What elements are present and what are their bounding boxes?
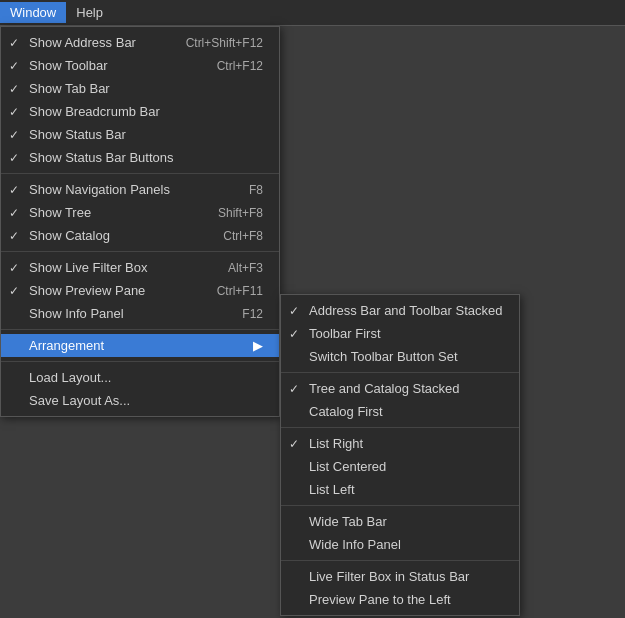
submenu-divider-3 <box>281 505 519 506</box>
check-show-toolbar: ✓ <box>9 59 19 73</box>
divider-3 <box>1 329 279 330</box>
menu-item-show-catalog[interactable]: ✓ Show Catalog Ctrl+F8 <box>1 224 279 247</box>
check-show-live-filter-box: ✓ <box>9 261 19 275</box>
arrow-arrangement: ▶ <box>243 338 263 353</box>
submenu-divider-1 <box>281 372 519 373</box>
divider-1 <box>1 173 279 174</box>
arrangement-submenu-panel: ✓ Address Bar and Toolbar Stacked ✓ Tool… <box>280 294 520 616</box>
check-toolbar-first: ✓ <box>289 327 299 341</box>
dropdown-container: ✓ Show Address Bar Ctrl+Shift+F12 ✓ Show… <box>0 26 280 417</box>
submenu-item-wide-tab-bar[interactable]: ✓ Wide Tab Bar <box>281 510 519 533</box>
shortcut-show-catalog: Ctrl+F8 <box>193 229 263 243</box>
submenu-item-live-filter-box-status-bar[interactable]: ✓ Live Filter Box in Status Bar <box>281 565 519 588</box>
check-show-status-bar-buttons: ✓ <box>9 151 19 165</box>
menu-item-show-status-bar-buttons[interactable]: ✓ Show Status Bar Buttons <box>1 146 279 169</box>
submenu-item-tree-catalog-stacked[interactable]: ✓ Tree and Catalog Stacked <box>281 377 519 400</box>
label-show-status-bar-buttons: Show Status Bar Buttons <box>29 150 174 165</box>
label-show-tree: Show Tree <box>29 205 91 220</box>
submenu-divider-4 <box>281 560 519 561</box>
shortcut-show-toolbar: Ctrl+F12 <box>187 59 263 73</box>
label-toolbar-first: Toolbar First <box>309 326 381 341</box>
shortcut-show-tree: Shift+F8 <box>188 206 263 220</box>
submenu-divider-2 <box>281 427 519 428</box>
submenu-item-list-centered[interactable]: ✓ List Centered <box>281 455 519 478</box>
label-list-left: List Left <box>309 482 355 497</box>
label-show-breadcrumb-bar: Show Breadcrumb Bar <box>29 104 160 119</box>
label-show-catalog: Show Catalog <box>29 228 110 243</box>
menu-item-show-navigation-panels[interactable]: ✓ Show Navigation Panels F8 <box>1 178 279 201</box>
shortcut-show-live-filter-box: Alt+F3 <box>198 261 263 275</box>
shortcut-show-address-bar: Ctrl+Shift+F12 <box>156 36 263 50</box>
label-show-info-panel: Show Info Panel <box>29 306 124 321</box>
label-show-live-filter-box: Show Live Filter Box <box>29 260 148 275</box>
submenu-item-address-bar-toolbar-stacked[interactable]: ✓ Address Bar and Toolbar Stacked <box>281 299 519 322</box>
menu-item-show-toolbar[interactable]: ✓ Show Toolbar Ctrl+F12 <box>1 54 279 77</box>
shortcut-show-preview-pane: Ctrl+F11 <box>187 284 263 298</box>
label-wide-info-panel: Wide Info Panel <box>309 537 401 552</box>
menu-bar-window[interactable]: Window <box>0 2 66 23</box>
label-switch-toolbar-button-set: Switch Toolbar Button Set <box>309 349 458 364</box>
label-show-toolbar: Show Toolbar <box>29 58 108 73</box>
label-show-navigation-panels: Show Navigation Panels <box>29 182 170 197</box>
check-show-address-bar: ✓ <box>9 36 19 50</box>
label-show-preview-pane: Show Preview Pane <box>29 283 145 298</box>
menu-item-show-tree[interactable]: ✓ Show Tree Shift+F8 <box>1 201 279 224</box>
label-wide-tab-bar: Wide Tab Bar <box>309 514 387 529</box>
check-show-preview-pane: ✓ <box>9 284 19 298</box>
check-tree-catalog-stacked: ✓ <box>289 382 299 396</box>
label-list-centered: List Centered <box>309 459 386 474</box>
check-address-bar-toolbar-stacked: ✓ <box>289 304 299 318</box>
check-show-tree: ✓ <box>9 206 19 220</box>
check-show-status-bar: ✓ <box>9 128 19 142</box>
label-list-right: List Right <box>309 436 363 451</box>
label-show-status-bar: Show Status Bar <box>29 127 126 142</box>
label-live-filter-box-status-bar: Live Filter Box in Status Bar <box>309 569 469 584</box>
divider-2 <box>1 251 279 252</box>
label-tree-catalog-stacked: Tree and Catalog Stacked <box>309 381 460 396</box>
submenu-item-catalog-first[interactable]: ✓ Catalog First <box>281 400 519 423</box>
submenu-item-toolbar-first[interactable]: ✓ Toolbar First <box>281 322 519 345</box>
label-save-layout-as: Save Layout As... <box>29 393 130 408</box>
window-menu-panel: ✓ Show Address Bar Ctrl+Shift+F12 ✓ Show… <box>0 26 280 417</box>
menu-item-show-breadcrumb-bar[interactable]: ✓ Show Breadcrumb Bar <box>1 100 279 123</box>
shortcut-show-info-panel: F12 <box>212 307 263 321</box>
submenu-item-list-left[interactable]: ✓ List Left <box>281 478 519 501</box>
menu-bar-help[interactable]: Help <box>66 2 113 23</box>
label-catalog-first: Catalog First <box>309 404 383 419</box>
menu-item-show-tab-bar[interactable]: ✓ Show Tab Bar <box>1 77 279 100</box>
submenu-item-wide-info-panel[interactable]: ✓ Wide Info Panel <box>281 533 519 556</box>
menu-item-show-status-bar[interactable]: ✓ Show Status Bar <box>1 123 279 146</box>
label-arrangement: Arrangement <box>29 338 104 353</box>
check-show-catalog: ✓ <box>9 229 19 243</box>
menu-item-load-layout[interactable]: ✓ Load Layout... <box>1 366 279 389</box>
menu-item-show-preview-pane[interactable]: ✓ Show Preview Pane Ctrl+F11 <box>1 279 279 302</box>
menu-item-show-live-filter-box[interactable]: ✓ Show Live Filter Box Alt+F3 <box>1 256 279 279</box>
check-show-tab-bar: ✓ <box>9 82 19 96</box>
menu-item-save-layout-as[interactable]: ✓ Save Layout As... <box>1 389 279 412</box>
label-load-layout: Load Layout... <box>29 370 111 385</box>
label-preview-pane-left: Preview Pane to the Left <box>309 592 451 607</box>
label-show-address-bar: Show Address Bar <box>29 35 136 50</box>
menu-item-arrangement[interactable]: ✓ Arrangement ▶ <box>1 334 279 357</box>
label-show-tab-bar: Show Tab Bar <box>29 81 110 96</box>
submenu-item-list-right[interactable]: ✓ List Right <box>281 432 519 455</box>
menu-item-show-info-panel[interactable]: ✓ Show Info Panel F12 <box>1 302 279 325</box>
shortcut-show-navigation-panels: F8 <box>219 183 263 197</box>
divider-4 <box>1 361 279 362</box>
check-list-right: ✓ <box>289 437 299 451</box>
label-address-bar-toolbar-stacked: Address Bar and Toolbar Stacked <box>309 303 502 318</box>
menu-item-show-address-bar[interactable]: ✓ Show Address Bar Ctrl+Shift+F12 <box>1 31 279 54</box>
check-show-navigation-panels: ✓ <box>9 183 19 197</box>
check-show-breadcrumb-bar: ✓ <box>9 105 19 119</box>
menu-bar: Window Help <box>0 0 625 26</box>
submenu-item-preview-pane-left[interactable]: ✓ Preview Pane to the Left <box>281 588 519 611</box>
submenu-item-switch-toolbar-button-set[interactable]: ✓ Switch Toolbar Button Set <box>281 345 519 368</box>
